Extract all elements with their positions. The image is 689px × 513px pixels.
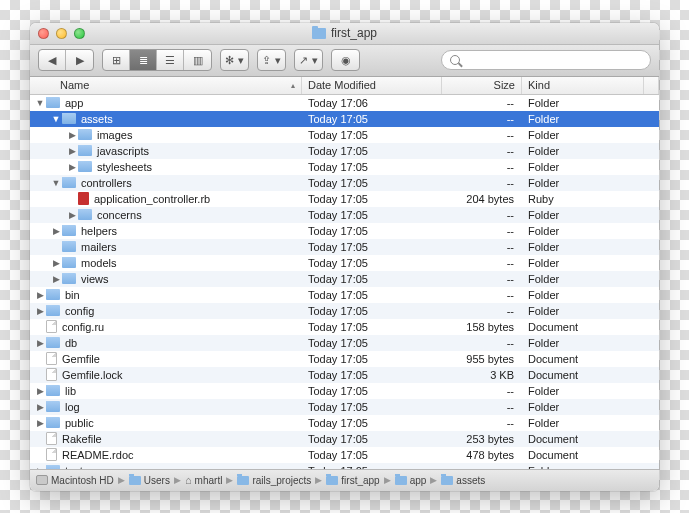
- disclosure-triangle[interactable]: ▶: [36, 291, 44, 299]
- search-input[interactable]: [464, 54, 642, 66]
- disclosure-triangle[interactable]: ▼: [52, 179, 60, 187]
- disclosure-triangle[interactable]: ▼: [52, 115, 60, 123]
- file-size: --: [442, 257, 522, 269]
- col-date-header[interactable]: Date Modified: [302, 77, 442, 94]
- file-row[interactable]: RakefileToday 17:05253 bytesDocument: [30, 431, 659, 447]
- file-row[interactable]: ▶configToday 17:05--Folder: [30, 303, 659, 319]
- col-name-header[interactable]: Name▴: [30, 77, 302, 94]
- file-row[interactable]: config.ruToday 17:05158 bytesDocument: [30, 319, 659, 335]
- path-crumb[interactable]: Macintosh HD: [36, 475, 114, 486]
- view-mode-3[interactable]: ▥: [184, 50, 211, 70]
- disclosure-triangle[interactable]: ▶: [36, 419, 44, 427]
- file-size: --: [442, 305, 522, 317]
- disclosure-triangle[interactable]: ▶: [36, 403, 44, 411]
- crumb-label: rails_projects: [252, 475, 311, 486]
- back-button[interactable]: ◀: [39, 50, 66, 70]
- doc-icon: [46, 432, 57, 445]
- disclosure-triangle[interactable]: ▶: [68, 131, 76, 139]
- finder-window: first_app ◀ ▶ ⊞≣☰▥ ✻ ▾ ⇪ ▾ ↗ ▾ ◉ Name▴ D…: [30, 23, 659, 491]
- folder-icon: [395, 476, 407, 485]
- file-row[interactable]: ▶stylesheetsToday 17:05--Folder: [30, 159, 659, 175]
- forward-button[interactable]: ▶: [66, 50, 93, 70]
- folder-icon: [46, 417, 60, 428]
- col-kind-header[interactable]: Kind: [522, 77, 644, 94]
- file-row[interactable]: ▶javascriptsToday 17:05--Folder: [30, 143, 659, 159]
- file-kind: Folder: [522, 113, 659, 125]
- col-size-header[interactable]: Size: [442, 77, 522, 94]
- window-title: first_app: [30, 26, 659, 40]
- path-crumb[interactable]: app: [395, 475, 427, 486]
- disclosure-triangle[interactable]: ▶: [68, 211, 76, 219]
- tag-icon[interactable]: ◉: [332, 50, 359, 70]
- file-row[interactable]: ▶binToday 17:05--Folder: [30, 287, 659, 303]
- file-row[interactable]: ▶publicToday 17:05--Folder: [30, 415, 659, 431]
- file-row[interactable]: ▶dbToday 17:05--Folder: [30, 335, 659, 351]
- file-date: Today 17:05: [302, 417, 442, 429]
- title-bar[interactable]: first_app: [30, 23, 659, 45]
- file-row[interactable]: mailersToday 17:05--Folder: [30, 239, 659, 255]
- path-crumb[interactable]: rails_projects: [237, 475, 311, 486]
- disclosure-triangle[interactable]: ▼: [36, 99, 44, 107]
- file-row[interactable]: ▶libToday 17:05--Folder: [30, 383, 659, 399]
- file-name: Gemfile: [62, 353, 100, 365]
- file-name: javascripts: [97, 145, 149, 157]
- dropbox-icon[interactable]: ⇪ ▾: [258, 50, 285, 70]
- file-size: 204 bytes: [442, 193, 522, 205]
- disclosure-triangle[interactable]: ▶: [36, 307, 44, 315]
- arrange-menu[interactable]: ✻ ▾: [220, 49, 249, 71]
- tags-button[interactable]: ◉: [331, 49, 360, 71]
- share-icon[interactable]: ↗ ▾: [295, 50, 322, 70]
- disclosure-triangle[interactable]: ▶: [52, 275, 60, 283]
- path-crumb[interactable]: assets: [441, 475, 485, 486]
- file-kind: Document: [522, 369, 659, 381]
- path-separator: ▶: [172, 475, 183, 485]
- file-date: Today 17:05: [302, 193, 442, 205]
- disclosure-triangle[interactable]: ▶: [36, 339, 44, 347]
- close-button[interactable]: [38, 28, 49, 39]
- file-kind: Document: [522, 433, 659, 445]
- minimize-button[interactable]: [56, 28, 67, 39]
- path-crumb[interactable]: ⌂mhartl: [185, 474, 222, 486]
- file-row[interactable]: ▶helpersToday 17:05--Folder: [30, 223, 659, 239]
- disclosure-triangle[interactable]: ▶: [36, 387, 44, 395]
- file-size: --: [442, 209, 522, 221]
- disclosure-triangle[interactable]: ▶: [68, 147, 76, 155]
- file-row[interactable]: ▼controllersToday 17:05--Folder: [30, 175, 659, 191]
- path-separator: ▶: [428, 475, 439, 485]
- path-crumb[interactable]: Users: [129, 475, 170, 486]
- zoom-button[interactable]: [74, 28, 85, 39]
- disclosure-triangle[interactable]: ▶: [52, 227, 60, 235]
- file-name: db: [65, 337, 77, 349]
- file-row[interactable]: ▶modelsToday 17:05--Folder: [30, 255, 659, 271]
- view-mode-1[interactable]: ≣: [130, 50, 157, 70]
- disclosure-triangle: [36, 435, 44, 443]
- path-crumb[interactable]: first_app: [326, 475, 379, 486]
- disclosure-triangle: [68, 195, 76, 203]
- file-name: mailers: [81, 241, 116, 253]
- search-field[interactable]: [441, 50, 651, 70]
- file-row[interactable]: ▼appToday 17:06--Folder: [30, 95, 659, 111]
- file-row[interactable]: ▶concernsToday 17:05--Folder: [30, 207, 659, 223]
- toolbar: ◀ ▶ ⊞≣☰▥ ✻ ▾ ⇪ ▾ ↗ ▾ ◉: [30, 45, 659, 77]
- share-menu[interactable]: ↗ ▾: [294, 49, 323, 71]
- file-row[interactable]: Gemfile.lockToday 17:053 KBDocument: [30, 367, 659, 383]
- file-row[interactable]: ▶viewsToday 17:05--Folder: [30, 271, 659, 287]
- view-mode-2[interactable]: ☰: [157, 50, 184, 70]
- gear-icon[interactable]: ✻ ▾: [221, 50, 248, 70]
- file-row[interactable]: README.rdocToday 17:05478 bytesDocument: [30, 447, 659, 463]
- file-row[interactable]: ▼assetsToday 17:05--Folder: [30, 111, 659, 127]
- disclosure-triangle[interactable]: ▶: [52, 259, 60, 267]
- view-mode-0[interactable]: ⊞: [103, 50, 130, 70]
- file-row[interactable]: ▶imagesToday 17:05--Folder: [30, 127, 659, 143]
- dropbox-menu[interactable]: ⇪ ▾: [257, 49, 286, 71]
- file-date: Today 17:05: [302, 337, 442, 349]
- file-row[interactable]: GemfileToday 17:05955 bytesDocument: [30, 351, 659, 367]
- file-row[interactable]: application_controller.rbToday 17:05204 …: [30, 191, 659, 207]
- file-list[interactable]: ▼appToday 17:06--Folder▼assetsToday 17:0…: [30, 95, 659, 469]
- file-kind: Folder: [522, 257, 659, 269]
- file-row[interactable]: ▶logToday 17:05--Folder: [30, 399, 659, 415]
- file-size: 158 bytes: [442, 321, 522, 333]
- doc-icon: [46, 352, 57, 365]
- file-size: --: [442, 337, 522, 349]
- disclosure-triangle[interactable]: ▶: [68, 163, 76, 171]
